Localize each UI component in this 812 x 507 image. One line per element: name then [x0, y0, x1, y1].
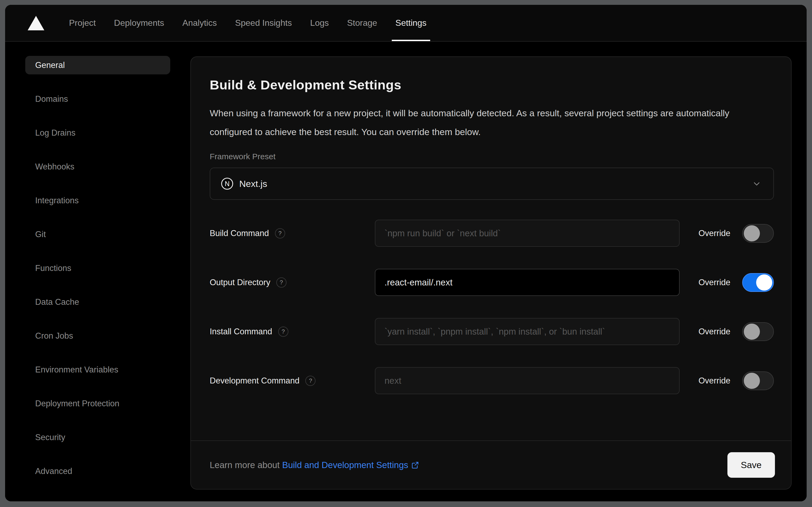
sidebar-item-integrations[interactable]: Integrations: [25, 191, 170, 210]
tab-storage[interactable]: Storage: [338, 5, 386, 41]
learn-more-text: Learn more about Build and Development S…: [210, 460, 419, 470]
sidebar-item-functions[interactable]: Functions: [25, 259, 170, 277]
sidebar-item-git[interactable]: Git: [25, 225, 170, 243]
sidebar-item-advanced[interactable]: Advanced: [25, 462, 170, 481]
tab-speed-insights[interactable]: Speed Insights: [226, 5, 301, 41]
development-command-input[interactable]: [375, 367, 680, 394]
output-directory-label-group: Output Directory ?: [210, 277, 375, 288]
settings-rows: Build Command ? Override: [210, 220, 774, 394]
output-directory-override-toggle[interactable]: [742, 273, 774, 292]
build-command-help-icon[interactable]: ?: [275, 228, 285, 238]
override-label: Override: [698, 278, 731, 287]
svg-text:N: N: [225, 180, 230, 187]
build-settings-card: Build & Development Settings When using …: [190, 56, 792, 490]
install-command-row: Install Command ? Override: [210, 318, 774, 345]
sidebar-item-data-cache[interactable]: Data Cache: [25, 293, 170, 311]
vercel-triangle-icon: [27, 16, 44, 30]
build-command-label-group: Build Command ?: [210, 228, 375, 238]
toggle-knob: [744, 225, 760, 241]
install-command-override-toggle[interactable]: [742, 322, 774, 341]
toggle-knob: [744, 324, 760, 340]
page-description: When using a framework for a new project…: [210, 104, 737, 141]
output-directory-input[interactable]: [375, 269, 680, 296]
install-command-help-icon[interactable]: ?: [278, 327, 288, 337]
build-command-row: Build Command ? Override: [210, 220, 774, 247]
development-command-label: Development Command: [210, 376, 299, 386]
framework-preset-label: Framework Preset: [210, 152, 774, 161]
learn-more-prefix: Learn more about: [210, 460, 282, 470]
tab-analytics[interactable]: Analytics: [173, 5, 226, 41]
output-directory-row: Output Directory ? Override: [210, 269, 774, 296]
build-command-override: Override: [698, 224, 774, 243]
sidebar-item-log-drains[interactable]: Log Drains: [25, 123, 170, 142]
page-title: Build & Development Settings: [210, 77, 774, 92]
content-area: General Domains Log Drains Webhooks Inte…: [5, 42, 807, 501]
docs-link-label: Build and Development Settings: [282, 460, 408, 470]
card-footer: Learn more about Build and Development S…: [191, 440, 791, 489]
card-body: Build & Development Settings When using …: [191, 57, 791, 440]
sidebar-item-environment-variables[interactable]: Environment Variables: [25, 360, 170, 379]
install-command-label-group: Install Command ?: [210, 327, 375, 337]
tab-settings[interactable]: Settings: [387, 5, 436, 41]
output-directory-help-icon[interactable]: ?: [276, 277, 287, 288]
main-panel: Build & Development Settings When using …: [190, 42, 807, 501]
save-button[interactable]: Save: [728, 452, 775, 478]
build-command-input[interactable]: [375, 220, 680, 247]
development-command-override: Override: [698, 372, 774, 390]
framework-preset-select[interactable]: N Next.js: [210, 168, 774, 200]
tab-logs[interactable]: Logs: [301, 5, 338, 41]
override-label: Override: [698, 229, 731, 238]
sidebar-item-security[interactable]: Security: [25, 428, 170, 447]
output-directory-label: Output Directory: [210, 278, 271, 287]
sidebar-item-webhooks[interactable]: Webhooks: [25, 157, 170, 176]
output-directory-override: Override: [698, 273, 774, 292]
install-command-override: Override: [698, 322, 774, 341]
nav-tabs: Project Deployments Analytics Speed Insi…: [60, 5, 436, 41]
tab-project[interactable]: Project: [60, 5, 105, 41]
development-command-row: Development Command ? Override: [210, 367, 774, 394]
override-label: Override: [698, 376, 731, 386]
sidebar-item-domains[interactable]: Domains: [25, 90, 170, 108]
settings-sidebar: General Domains Log Drains Webhooks Inte…: [5, 42, 190, 501]
chevron-down-icon: [752, 179, 761, 188]
framework-preset-value: Next.js: [239, 179, 267, 189]
sidebar-item-general[interactable]: General: [25, 56, 170, 74]
development-command-label-group: Development Command ?: [210, 376, 375, 386]
tab-deployments[interactable]: Deployments: [105, 5, 173, 41]
install-command-label: Install Command: [210, 327, 272, 336]
install-command-input[interactable]: [375, 318, 680, 345]
development-command-override-toggle[interactable]: [742, 372, 774, 390]
top-nav: Project Deployments Analytics Speed Insi…: [5, 5, 807, 42]
toggle-knob: [756, 274, 772, 291]
sidebar-item-deployment-protection[interactable]: Deployment Protection: [25, 394, 170, 413]
toggle-knob: [744, 373, 760, 389]
app-window: Project Deployments Analytics Speed Insi…: [5, 5, 807, 501]
build-command-override-toggle[interactable]: [742, 224, 774, 243]
sidebar-item-cron-jobs[interactable]: Cron Jobs: [25, 327, 170, 345]
vercel-logo[interactable]: [27, 5, 44, 41]
development-command-help-icon[interactable]: ?: [305, 376, 315, 386]
build-command-label: Build Command: [210, 229, 269, 238]
external-link-icon: [411, 461, 419, 469]
build-settings-docs-link[interactable]: Build and Development Settings: [282, 460, 420, 470]
override-label: Override: [698, 327, 731, 336]
nextjs-logo-icon: N: [221, 177, 233, 190]
